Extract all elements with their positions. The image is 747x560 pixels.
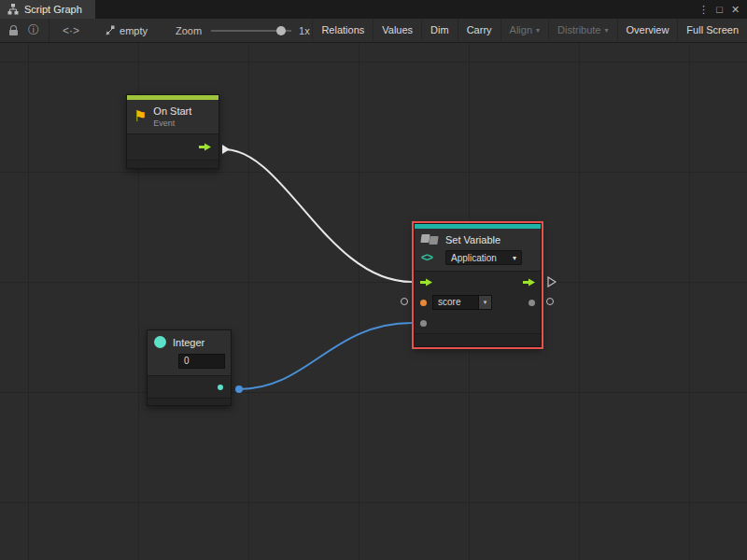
value-connection-dot[interactable] — [235, 385, 243, 393]
overview-button[interactable]: Overview — [617, 19, 678, 43]
variables-icon — [421, 234, 440, 245]
lock-icon[interactable] — [4, 19, 22, 42]
node-title: Integer — [173, 337, 204, 348]
distribute-label: Distribute — [557, 19, 600, 42]
graph-icon — [7, 4, 19, 15]
zoom-label: Zoom — [176, 25, 202, 36]
title-bar: Script Graph ⋮ □ ✕ — [0, 0, 747, 19]
set-variable-ports: score ▾ — [415, 271, 541, 333]
inspect-icon[interactable]: <·> — [63, 24, 79, 37]
variable-name-dropdown-button[interactable]: ▾ — [479, 295, 492, 310]
distribute-button[interactable]: Distribute▾ — [548, 19, 616, 43]
integer-ports — [148, 375, 231, 398]
variable-scope-dropdown[interactable]: Application ▾ — [445, 250, 522, 265]
flag-icon: ⚑ — [134, 109, 147, 124]
graph-canvas[interactable]: ⚑ On Start Event Set Variable <> — [0, 43, 747, 560]
variable-name-combo[interactable]: score ▾ — [432, 295, 492, 310]
selection-label: empty — [120, 25, 148, 36]
lock-body — [9, 30, 18, 35]
scope-value: Application — [451, 253, 497, 263]
values-label: Values — [382, 19, 413, 42]
flow-output-triangle-outline[interactable] — [547, 276, 557, 287]
dim-button[interactable]: Dim — [421, 19, 458, 43]
chevron-down-icon: ▾ — [484, 299, 487, 306]
relations-label: Relations — [321, 19, 364, 42]
value-output-port[interactable] — [529, 300, 535, 306]
node-title: On Start — [153, 105, 191, 117]
node-footer — [127, 160, 218, 168]
on-start-ports — [127, 133, 218, 160]
integer-output-port[interactable] — [218, 385, 223, 390]
graph-toolbar: ⓘ <·> empty Zoom 1x Relations Values Dim… — [0, 19, 747, 43]
value-wire-integer-to-setvariable — [239, 323, 412, 389]
value-input-port[interactable] — [420, 320, 427, 327]
variable-name-field[interactable]: score — [432, 295, 479, 310]
selection-indicator: empty — [104, 25, 148, 36]
flow-input-port[interactable] — [420, 278, 432, 287]
flow-port-row — [415, 272, 541, 292]
align-button[interactable]: Align▾ — [500, 19, 548, 43]
on-start-node[interactable]: ⚑ On Start Event — [126, 94, 219, 169]
align-label: Align — [510, 19, 532, 42]
carry-label: Carry — [467, 19, 492, 42]
wire-layer — [0, 43, 747, 560]
flow-wire-onstart-to-setvariable — [224, 149, 412, 282]
node-footer — [148, 398, 231, 405]
value-output-circle-outline[interactable] — [546, 298, 554, 305]
value-port-row — [415, 313, 541, 333]
overview-label: Overview — [627, 19, 669, 42]
maximize-icon[interactable]: □ — [712, 0, 727, 19]
flow-output-port[interactable] — [523, 278, 535, 287]
node-subtitle: Event — [153, 119, 191, 128]
close-icon[interactable]: ✕ — [727, 0, 743, 19]
flow-connection-triangle[interactable] — [221, 144, 231, 155]
integer-node[interactable]: Integer 0 — [147, 329, 232, 406]
zoom-slider[interactable] — [211, 30, 291, 32]
chevron-down-icon: ▾ — [536, 19, 540, 42]
selection-icon — [104, 25, 115, 36]
chevron-down-icon: ▾ — [605, 19, 609, 42]
window-controls: ⋮ □ ✕ — [696, 0, 747, 19]
fullscreen-label: Full Screen — [686, 19, 739, 42]
values-button[interactable]: Values — [373, 19, 421, 43]
dim-label: Dim — [430, 19, 449, 42]
toolbar-separator — [49, 19, 49, 42]
set-variable-node[interactable]: Set Variable <> Application ▾ score ▾ — [414, 223, 542, 347]
variables-icon-part — [429, 236, 438, 245]
integer-type-icon — [154, 336, 166, 348]
tab-title: Script Graph — [24, 4, 82, 15]
relations-button[interactable]: Relations — [312, 19, 373, 43]
node-title: Set Variable — [445, 234, 534, 245]
integer-value-field[interactable]: 0 — [178, 354, 225, 369]
zoom-value: 1x — [299, 25, 310, 36]
kebab-menu-icon[interactable]: ⋮ — [696, 0, 712, 19]
node-footer — [415, 333, 541, 346]
zoom-slider-handle[interactable] — [276, 26, 286, 35]
name-port-row: score ▾ — [415, 292, 541, 313]
toolbar-buttons: Relations Values Dim Carry Align▾ Distri… — [312, 19, 747, 43]
name-input-port[interactable] — [420, 300, 427, 306]
flow-output-port[interactable] — [199, 142, 211, 153]
chevron-down-icon: ▾ — [513, 254, 516, 262]
info-icon[interactable]: ⓘ — [28, 22, 39, 38]
fullscreen-button[interactable]: Full Screen — [677, 19, 747, 43]
code-icon: <> — [421, 251, 445, 264]
script-graph-tab[interactable]: Script Graph — [0, 0, 95, 19]
name-input-circle-outline[interactable] — [401, 298, 408, 305]
carry-button[interactable]: Carry — [458, 19, 500, 43]
